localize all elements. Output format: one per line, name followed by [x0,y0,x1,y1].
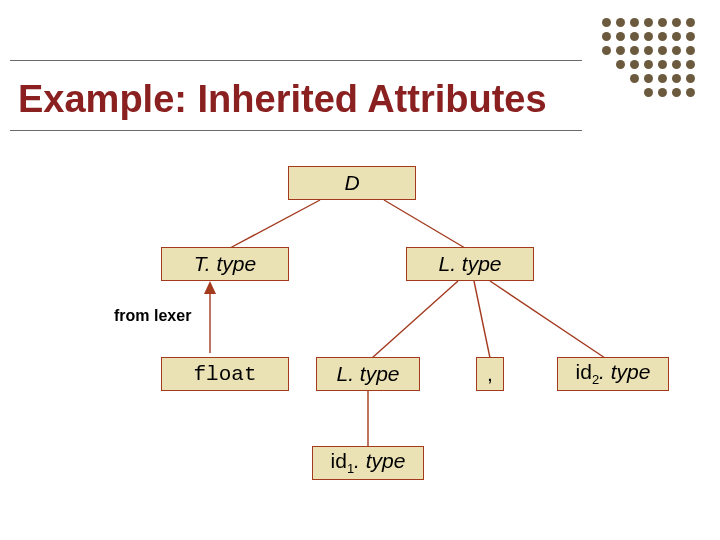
node-float-label: float [193,363,256,386]
svg-marker-7 [204,281,216,294]
slide: Example: Inherited Attributes D T. type … [0,0,720,540]
node-id2-type: id2. type [557,357,669,391]
svg-line-3 [474,281,490,358]
node-id1-type: id1. type [312,446,424,480]
node-T-type: T. type [161,247,289,281]
from-lexer-label: from lexer [114,307,191,325]
svg-line-0 [230,200,320,248]
node-id2-type-label: id2. type [576,360,651,387]
node-comma-label: , [487,362,493,386]
node-float: float [161,357,289,391]
svg-line-2 [372,281,458,358]
node-L-type-1: L. type [406,247,534,281]
svg-line-4 [490,281,605,358]
node-D: D [288,166,416,200]
node-L-type-2: L. type [316,357,420,391]
node-comma: , [476,357,504,391]
node-id1-type-label: id1. type [331,449,406,476]
svg-line-1 [384,200,465,248]
